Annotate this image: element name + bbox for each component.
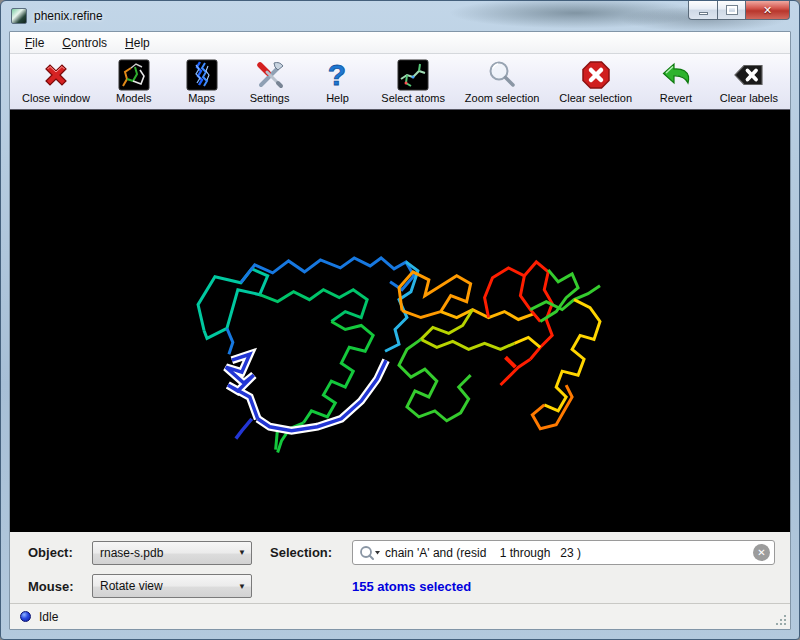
svg-text:?: ? bbox=[328, 59, 346, 91]
toolbar-button-label: Zoom selection bbox=[465, 92, 540, 104]
phenix-refine-window: phenix.refine ✕ FileControlsHelp Close w… bbox=[0, 0, 800, 640]
toolbar-button-label: Help bbox=[326, 92, 349, 104]
close-window-icon bbox=[39, 58, 72, 91]
object-select[interactable]: rnase-s.pdb ▼ bbox=[92, 541, 252, 565]
object-label: Object: bbox=[28, 545, 92, 560]
toolbar-button-label: Clear labels bbox=[720, 92, 778, 104]
help-question-icon: ? bbox=[321, 58, 354, 91]
toolbar-button-label: Clear selection bbox=[559, 92, 632, 104]
status-text: Idle bbox=[39, 610, 58, 624]
selection-input[interactable]: chain 'A' and (resid 1 through 23 ) ✕ bbox=[352, 540, 775, 565]
clear-labels-tag-icon bbox=[732, 58, 765, 91]
toolbar-button-close-window[interactable]: Close window bbox=[20, 57, 92, 105]
selection-input-value: chain 'A' and (resid 1 through 23 ) bbox=[385, 546, 753, 560]
search-icon[interactable] bbox=[359, 545, 385, 561]
molecule-render bbox=[10, 110, 790, 532]
resize-grip[interactable] bbox=[775, 614, 787, 626]
client-area: FileControlsHelp Close windowModelsMapsS… bbox=[9, 31, 791, 630]
toolbar-button-models[interactable]: Models bbox=[108, 57, 160, 105]
settings-tools-icon bbox=[253, 58, 286, 91]
zoom-magnifier-icon bbox=[486, 58, 519, 91]
select-atoms-thumbnail-icon bbox=[397, 58, 430, 91]
menu-item-file[interactable]: File bbox=[16, 34, 53, 52]
toolbar-button-revert[interactable]: Revert bbox=[650, 57, 702, 105]
chevron-down-icon: ▼ bbox=[233, 548, 251, 557]
toolbar-button-clear-labels[interactable]: Clear labels bbox=[718, 57, 780, 105]
clear-field-button[interactable]: ✕ bbox=[753, 544, 770, 561]
window-title: phenix.refine bbox=[34, 9, 103, 23]
toolbar-button-zoom-selection[interactable]: Zoom selection bbox=[463, 57, 542, 105]
toolbar-button-label: Maps bbox=[188, 92, 215, 104]
mouse-select-value: Rotate view bbox=[93, 579, 233, 593]
toolbar-button-select-atoms[interactable]: Select atoms bbox=[379, 57, 447, 105]
maps-thumbnail-icon bbox=[185, 58, 218, 91]
revert-arrow-icon bbox=[659, 58, 692, 91]
menu-item-help[interactable]: Help bbox=[116, 34, 159, 52]
window-titlebar[interactable]: phenix.refine bbox=[1, 1, 799, 31]
toolbar: Close windowModelsMapsSettings?HelpSelec… bbox=[10, 54, 790, 110]
controls-panel: Object: rnase-s.pdb ▼ Selection: chain '… bbox=[10, 532, 790, 603]
maximize-button[interactable] bbox=[717, 1, 745, 20]
close-button[interactable]: ✕ bbox=[745, 1, 790, 20]
menubar: FileControlsHelp bbox=[10, 32, 790, 54]
viewer-canvas[interactable] bbox=[10, 110, 790, 532]
minimize-icon bbox=[699, 12, 708, 15]
toolbar-button-help[interactable]: ?Help bbox=[311, 57, 363, 105]
mouse-select[interactable]: Rotate view ▼ bbox=[92, 574, 252, 598]
maximize-icon bbox=[727, 6, 737, 14]
atoms-selected-text: 155 atoms selected bbox=[352, 579, 471, 594]
toolbar-button-settings[interactable]: Settings bbox=[244, 57, 296, 105]
status-indicator-icon bbox=[20, 611, 31, 622]
object-row: Object: rnase-s.pdb ▼ Selection: chain '… bbox=[28, 540, 775, 565]
toolbar-button-label: Select atoms bbox=[381, 92, 445, 104]
menu-item-controls[interactable]: Controls bbox=[53, 34, 116, 52]
app-icon bbox=[11, 8, 27, 24]
mouse-label: Mouse: bbox=[28, 579, 92, 594]
close-icon: ✕ bbox=[763, 4, 772, 17]
selection-label: Selection: bbox=[270, 545, 352, 560]
toolbar-button-label: Close window bbox=[22, 92, 90, 104]
chevron-down-icon: ▼ bbox=[233, 582, 251, 591]
clear-selection-stop-icon bbox=[579, 58, 612, 91]
toolbar-button-label: Models bbox=[116, 92, 151, 104]
mouse-row: Mouse: Rotate view ▼ 155 atoms selected bbox=[28, 574, 775, 598]
minimize-button[interactable] bbox=[688, 1, 717, 20]
toolbar-button-clear-selection[interactable]: Clear selection bbox=[557, 57, 634, 105]
models-thumbnail-icon bbox=[117, 58, 150, 91]
window-controls: ✕ bbox=[688, 1, 790, 20]
toolbar-button-label: Settings bbox=[250, 92, 290, 104]
toolbar-button-label: Revert bbox=[660, 92, 692, 104]
statusbar: Idle bbox=[10, 603, 790, 629]
toolbar-button-maps[interactable]: Maps bbox=[176, 57, 228, 105]
object-select-value: rnase-s.pdb bbox=[93, 546, 233, 560]
